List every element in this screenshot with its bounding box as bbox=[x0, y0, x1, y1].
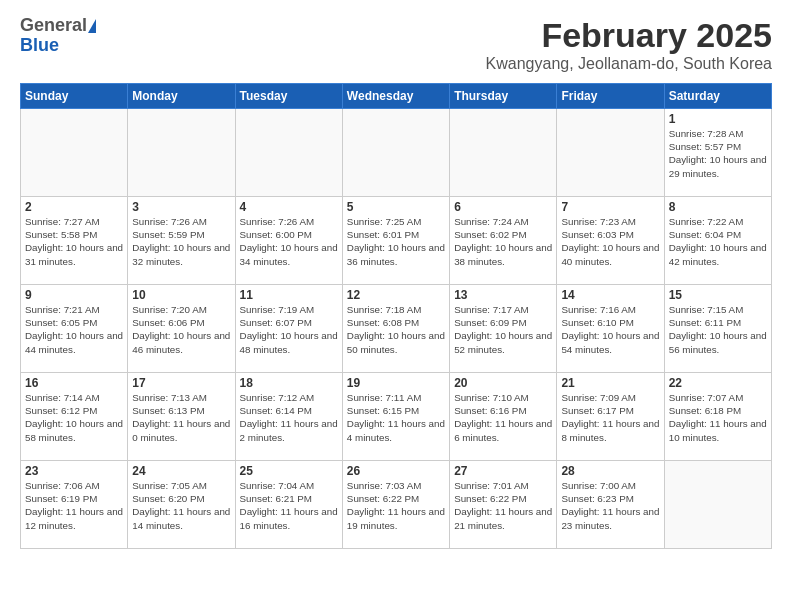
calendar-cell bbox=[342, 109, 449, 197]
calendar-cell bbox=[664, 461, 771, 549]
day-number: 4 bbox=[240, 200, 338, 214]
day-info: Sunrise: 7:17 AM Sunset: 6:09 PM Dayligh… bbox=[454, 303, 552, 356]
day-number: 15 bbox=[669, 288, 767, 302]
calendar-cell: 21Sunrise: 7:09 AM Sunset: 6:17 PM Dayli… bbox=[557, 373, 664, 461]
weekday-header-row: SundayMondayTuesdayWednesdayThursdayFrid… bbox=[21, 84, 772, 109]
day-number: 16 bbox=[25, 376, 123, 390]
day-info: Sunrise: 7:28 AM Sunset: 5:57 PM Dayligh… bbox=[669, 127, 767, 180]
calendar-cell: 4Sunrise: 7:26 AM Sunset: 6:00 PM Daylig… bbox=[235, 197, 342, 285]
day-number: 3 bbox=[132, 200, 230, 214]
calendar-week-row: 23Sunrise: 7:06 AM Sunset: 6:19 PM Dayli… bbox=[21, 461, 772, 549]
day-info: Sunrise: 7:26 AM Sunset: 5:59 PM Dayligh… bbox=[132, 215, 230, 268]
calendar-cell: 17Sunrise: 7:13 AM Sunset: 6:13 PM Dayli… bbox=[128, 373, 235, 461]
day-number: 1 bbox=[669, 112, 767, 126]
day-info: Sunrise: 7:11 AM Sunset: 6:15 PM Dayligh… bbox=[347, 391, 445, 444]
day-number: 19 bbox=[347, 376, 445, 390]
calendar-cell bbox=[557, 109, 664, 197]
day-info: Sunrise: 7:01 AM Sunset: 6:22 PM Dayligh… bbox=[454, 479, 552, 532]
header: General Blue February 2025 Kwangyang, Je… bbox=[20, 16, 772, 73]
weekday-header: Sunday bbox=[21, 84, 128, 109]
day-number: 26 bbox=[347, 464, 445, 478]
day-info: Sunrise: 7:07 AM Sunset: 6:18 PM Dayligh… bbox=[669, 391, 767, 444]
day-info: Sunrise: 7:00 AM Sunset: 6:23 PM Dayligh… bbox=[561, 479, 659, 532]
calendar-cell: 10Sunrise: 7:20 AM Sunset: 6:06 PM Dayli… bbox=[128, 285, 235, 373]
day-info: Sunrise: 7:13 AM Sunset: 6:13 PM Dayligh… bbox=[132, 391, 230, 444]
day-number: 21 bbox=[561, 376, 659, 390]
day-number: 14 bbox=[561, 288, 659, 302]
day-number: 23 bbox=[25, 464, 123, 478]
calendar-week-row: 1Sunrise: 7:28 AM Sunset: 5:57 PM Daylig… bbox=[21, 109, 772, 197]
calendar-cell: 12Sunrise: 7:18 AM Sunset: 6:08 PM Dayli… bbox=[342, 285, 449, 373]
calendar-cell: 19Sunrise: 7:11 AM Sunset: 6:15 PM Dayli… bbox=[342, 373, 449, 461]
logo: General Blue bbox=[20, 16, 96, 56]
calendar-cell: 18Sunrise: 7:12 AM Sunset: 6:14 PM Dayli… bbox=[235, 373, 342, 461]
calendar-cell: 2Sunrise: 7:27 AM Sunset: 5:58 PM Daylig… bbox=[21, 197, 128, 285]
day-number: 17 bbox=[132, 376, 230, 390]
calendar-cell: 3Sunrise: 7:26 AM Sunset: 5:59 PM Daylig… bbox=[128, 197, 235, 285]
weekday-header: Friday bbox=[557, 84, 664, 109]
day-number: 28 bbox=[561, 464, 659, 478]
calendar-cell: 5Sunrise: 7:25 AM Sunset: 6:01 PM Daylig… bbox=[342, 197, 449, 285]
logo-blue-text: Blue bbox=[20, 36, 59, 56]
day-info: Sunrise: 7:18 AM Sunset: 6:08 PM Dayligh… bbox=[347, 303, 445, 356]
calendar-cell: 8Sunrise: 7:22 AM Sunset: 6:04 PM Daylig… bbox=[664, 197, 771, 285]
subtitle: Kwangyang, Jeollanam-do, South Korea bbox=[486, 55, 772, 73]
calendar-cell bbox=[235, 109, 342, 197]
calendar-cell: 25Sunrise: 7:04 AM Sunset: 6:21 PM Dayli… bbox=[235, 461, 342, 549]
day-info: Sunrise: 7:09 AM Sunset: 6:17 PM Dayligh… bbox=[561, 391, 659, 444]
day-info: Sunrise: 7:25 AM Sunset: 6:01 PM Dayligh… bbox=[347, 215, 445, 268]
calendar-week-row: 9Sunrise: 7:21 AM Sunset: 6:05 PM Daylig… bbox=[21, 285, 772, 373]
calendar-week-row: 2Sunrise: 7:27 AM Sunset: 5:58 PM Daylig… bbox=[21, 197, 772, 285]
day-number: 8 bbox=[669, 200, 767, 214]
calendar-cell: 27Sunrise: 7:01 AM Sunset: 6:22 PM Dayli… bbox=[450, 461, 557, 549]
day-number: 11 bbox=[240, 288, 338, 302]
day-number: 10 bbox=[132, 288, 230, 302]
day-info: Sunrise: 7:05 AM Sunset: 6:20 PM Dayligh… bbox=[132, 479, 230, 532]
title-block: February 2025 Kwangyang, Jeollanam-do, S… bbox=[486, 16, 772, 73]
calendar-cell: 15Sunrise: 7:15 AM Sunset: 6:11 PM Dayli… bbox=[664, 285, 771, 373]
day-number: 9 bbox=[25, 288, 123, 302]
weekday-header: Saturday bbox=[664, 84, 771, 109]
calendar-cell: 24Sunrise: 7:05 AM Sunset: 6:20 PM Dayli… bbox=[128, 461, 235, 549]
calendar-cell: 11Sunrise: 7:19 AM Sunset: 6:07 PM Dayli… bbox=[235, 285, 342, 373]
calendar-cell: 9Sunrise: 7:21 AM Sunset: 6:05 PM Daylig… bbox=[21, 285, 128, 373]
weekday-header: Tuesday bbox=[235, 84, 342, 109]
calendar-cell bbox=[450, 109, 557, 197]
day-info: Sunrise: 7:23 AM Sunset: 6:03 PM Dayligh… bbox=[561, 215, 659, 268]
day-info: Sunrise: 7:20 AM Sunset: 6:06 PM Dayligh… bbox=[132, 303, 230, 356]
day-number: 2 bbox=[25, 200, 123, 214]
day-number: 5 bbox=[347, 200, 445, 214]
weekday-header: Wednesday bbox=[342, 84, 449, 109]
calendar-cell: 22Sunrise: 7:07 AM Sunset: 6:18 PM Dayli… bbox=[664, 373, 771, 461]
day-number: 7 bbox=[561, 200, 659, 214]
calendar-cell: 26Sunrise: 7:03 AM Sunset: 6:22 PM Dayli… bbox=[342, 461, 449, 549]
day-info: Sunrise: 7:22 AM Sunset: 6:04 PM Dayligh… bbox=[669, 215, 767, 268]
day-info: Sunrise: 7:16 AM Sunset: 6:10 PM Dayligh… bbox=[561, 303, 659, 356]
calendar-cell: 6Sunrise: 7:24 AM Sunset: 6:02 PM Daylig… bbox=[450, 197, 557, 285]
day-number: 20 bbox=[454, 376, 552, 390]
calendar-cell: 1Sunrise: 7:28 AM Sunset: 5:57 PM Daylig… bbox=[664, 109, 771, 197]
day-number: 18 bbox=[240, 376, 338, 390]
day-info: Sunrise: 7:19 AM Sunset: 6:07 PM Dayligh… bbox=[240, 303, 338, 356]
day-number: 22 bbox=[669, 376, 767, 390]
calendar-cell: 13Sunrise: 7:17 AM Sunset: 6:09 PM Dayli… bbox=[450, 285, 557, 373]
day-number: 24 bbox=[132, 464, 230, 478]
main-title: February 2025 bbox=[486, 16, 772, 55]
day-info: Sunrise: 7:27 AM Sunset: 5:58 PM Dayligh… bbox=[25, 215, 123, 268]
day-number: 13 bbox=[454, 288, 552, 302]
calendar-cell bbox=[128, 109, 235, 197]
calendar-cell: 14Sunrise: 7:16 AM Sunset: 6:10 PM Dayli… bbox=[557, 285, 664, 373]
logo-general-text: General bbox=[20, 16, 87, 36]
day-info: Sunrise: 7:12 AM Sunset: 6:14 PM Dayligh… bbox=[240, 391, 338, 444]
day-info: Sunrise: 7:26 AM Sunset: 6:00 PM Dayligh… bbox=[240, 215, 338, 268]
calendar-cell: 16Sunrise: 7:14 AM Sunset: 6:12 PM Dayli… bbox=[21, 373, 128, 461]
weekday-header: Thursday bbox=[450, 84, 557, 109]
day-info: Sunrise: 7:10 AM Sunset: 6:16 PM Dayligh… bbox=[454, 391, 552, 444]
day-info: Sunrise: 7:14 AM Sunset: 6:12 PM Dayligh… bbox=[25, 391, 123, 444]
day-info: Sunrise: 7:21 AM Sunset: 6:05 PM Dayligh… bbox=[25, 303, 123, 356]
weekday-header: Monday bbox=[128, 84, 235, 109]
page: General Blue February 2025 Kwangyang, Je… bbox=[0, 0, 792, 612]
calendar-cell: 23Sunrise: 7:06 AM Sunset: 6:19 PM Dayli… bbox=[21, 461, 128, 549]
day-info: Sunrise: 7:15 AM Sunset: 6:11 PM Dayligh… bbox=[669, 303, 767, 356]
calendar-cell bbox=[21, 109, 128, 197]
